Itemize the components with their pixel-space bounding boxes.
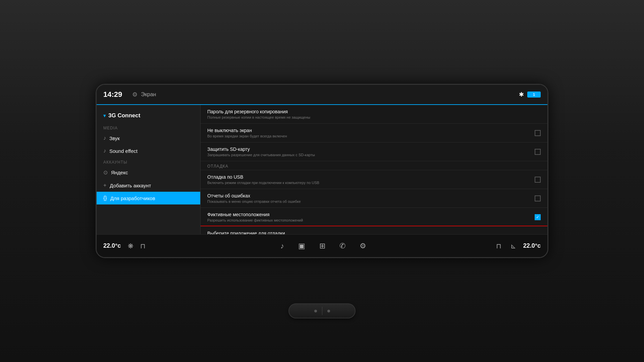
connect-label: 3G Connect xyxy=(108,112,140,119)
protect-sd-subtitle: Запрашивать разрешение для считывания да… xyxy=(207,153,315,157)
phys-btn-dot-left xyxy=(314,310,317,312)
sidebar-item-zvuk[interactable]: ♪ Звук xyxy=(97,132,200,144)
wifi-icon: ▾ xyxy=(103,113,106,118)
yandex-label: Яндекс xyxy=(111,170,128,175)
settings-item-fake-locations[interactable]: Фиктивные местоположения Разрешить испол… xyxy=(201,208,547,227)
usb-debug-title: Отладка по USB xyxy=(207,174,319,180)
media-icon[interactable]: ▣ xyxy=(296,240,307,252)
sidebar-item-3g-connect[interactable]: ▾ 3G Connect xyxy=(97,108,200,123)
protect-sd-text: Защитить SD-карту Запрашивать разрешение… xyxy=(207,146,315,157)
bottom-center-icons: ♪ ▣ ⊞ ✆ ⚙ xyxy=(153,240,494,252)
header: 14:29 ⚙ Экран ✱ 1 xyxy=(97,85,547,105)
music-icon[interactable]: ♪ xyxy=(278,240,286,252)
yandex-icon: ⊙ xyxy=(103,169,108,176)
right-panel: Пароль для резервного копирования Полные… xyxy=(201,105,547,234)
clock: 14:29 xyxy=(103,90,122,99)
usb-debug-subtitle: Включить режим отладки при подключении к… xyxy=(207,181,319,185)
fan-icon[interactable]: ❋ xyxy=(126,240,136,252)
no-screen-checkbox[interactable] xyxy=(535,130,541,136)
sound-icon: ♪ xyxy=(103,135,106,141)
settings-item-select-debug-app[interactable]: Выберите приложение для отладки Приложен… xyxy=(201,227,547,234)
sidebar: ▾ 3G Connect MEDIA ♪ Звук ♪ Sound effect… xyxy=(97,105,201,234)
header-right: ✱ 1 xyxy=(519,91,541,98)
sidebar-item-dev[interactable]: {} Для разработчиков xyxy=(97,192,200,204)
settings-item-backup-password[interactable]: Пароль для резервного копирования Полные… xyxy=(201,105,547,124)
add-account-label: Добавить аккаунт xyxy=(110,183,151,188)
settings-item-usb-debug[interactable]: Отладка по USB Включить режим отладки пр… xyxy=(201,170,547,189)
error-reports-subtitle: Показывать в меню опцию отправки отчета … xyxy=(207,199,301,203)
bluetooth-icon: ✱ xyxy=(519,91,524,98)
seat-heat-icon[interactable]: ⊓ xyxy=(138,240,148,252)
fake-locations-text: Фиктивные местоположения Разрешить испол… xyxy=(207,212,303,222)
passenger-heat-icon[interactable]: ⊾ xyxy=(508,240,518,252)
screen-inner: 14:29 ⚙ Экран ✱ 1 ▾ 3G Connect xyxy=(97,85,547,257)
screen-label: Экран xyxy=(141,92,156,98)
settings-item-protect-sd[interactable]: Защитить SD-карту Запрашивать разрешение… xyxy=(201,142,547,161)
passenger-seat-icon[interactable]: ⊓ xyxy=(494,240,503,252)
no-screen-title: Не выключать экран xyxy=(207,128,287,133)
fake-locations-subtitle: Разрешить использование фиктивных местоп… xyxy=(207,218,303,222)
zvuk-label: Звук xyxy=(109,135,120,141)
physical-button[interactable] xyxy=(288,303,356,318)
backup-subtitle: Полные резервные копии в настоящее время… xyxy=(207,115,310,119)
sidebar-item-sound-effect[interactable]: ♪ Sound effect xyxy=(97,144,200,157)
bottom-bar: 22.0°c ❋ ⊓ ♪ ▣ ⊞ ✆ ⚙ ⊓ ⊾ 22.0°c xyxy=(97,234,547,257)
no-screen-text: Не выключать экран Во время зарядки экра… xyxy=(207,128,287,138)
select-debug-app-title: Выберите приложение для отладки xyxy=(207,231,285,234)
settings-item-error-reports[interactable]: Отчеты об ошибках Показывать в меню опци… xyxy=(201,189,547,208)
add-icon: + xyxy=(103,182,106,188)
protect-sd-checkbox[interactable] xyxy=(535,149,541,155)
backup-title: Пароль для резервного копирования xyxy=(207,109,310,114)
main-content: ▾ 3G Connect MEDIA ♪ Звук ♪ Sound effect… xyxy=(97,105,547,234)
grid-icon[interactable]: ⊞ xyxy=(317,240,327,252)
media-section-label: MEDIA xyxy=(97,123,200,132)
accounts-section-label: АККАУНТЫ xyxy=(97,157,200,166)
sound-effect-label: Sound effect xyxy=(109,148,138,154)
fake-locations-title: Фиктивные местоположения xyxy=(207,212,303,217)
sidebar-item-yandex[interactable]: ⊙ Яндекс xyxy=(97,166,200,179)
screen-bezel: 14:29 ⚙ Экран ✱ 1 ▾ 3G Connect xyxy=(96,84,548,258)
dev-label: Для разработчиков xyxy=(110,195,155,201)
dev-icon: {} xyxy=(103,195,107,201)
settings-item-backup-text: Пароль для резервного копирования Полные… xyxy=(207,109,310,119)
battery-bar: 1 xyxy=(527,92,541,98)
error-reports-title: Отчеты об ошибках xyxy=(207,193,301,198)
battery-indicator: 1 xyxy=(533,93,535,97)
bottom-left-icons: ❋ ⊓ xyxy=(126,240,148,252)
usb-debug-checkbox[interactable] xyxy=(535,177,541,183)
settings-icon[interactable]: ⚙ xyxy=(358,240,368,252)
car-frame: 14:29 ⚙ Экран ✱ 1 ▾ 3G Connect xyxy=(0,0,644,362)
phys-btn-dot-right xyxy=(327,310,330,312)
protect-sd-title: Защитить SD-карту xyxy=(207,146,315,152)
no-screen-subtitle: Во время зарядки экран будет всегда вклю… xyxy=(207,134,287,138)
sound-effect-icon: ♪ xyxy=(103,148,106,154)
debug-section-label: ОТЛАДКА xyxy=(201,161,547,170)
temp-right: 22.0°c xyxy=(523,242,541,249)
phone-icon[interactable]: ✆ xyxy=(337,240,347,252)
fake-locations-checkbox[interactable]: ✓ xyxy=(535,214,541,220)
error-reports-text: Отчеты об ошибках Показывать в меню опци… xyxy=(207,193,301,203)
usb-debug-text: Отладка по USB Включить режим отладки пр… xyxy=(207,174,319,185)
gear-icon: ⚙ xyxy=(132,91,138,98)
phys-btn-divider xyxy=(322,307,322,315)
header-left: 14:29 ⚙ Экран xyxy=(103,90,156,99)
bottom-right: ⊓ ⊾ 22.0°c xyxy=(494,240,541,252)
settings-item-no-screen-off[interactable]: Не выключать экран Во время зарядки экра… xyxy=(201,124,547,142)
error-reports-checkbox[interactable] xyxy=(535,195,541,201)
select-debug-app-text: Выберите приложение для отладки Приложен… xyxy=(207,231,285,234)
temp-left: 22.0°c xyxy=(103,242,121,249)
sidebar-item-add-account[interactable]: + Добавить аккаунт xyxy=(97,179,200,192)
